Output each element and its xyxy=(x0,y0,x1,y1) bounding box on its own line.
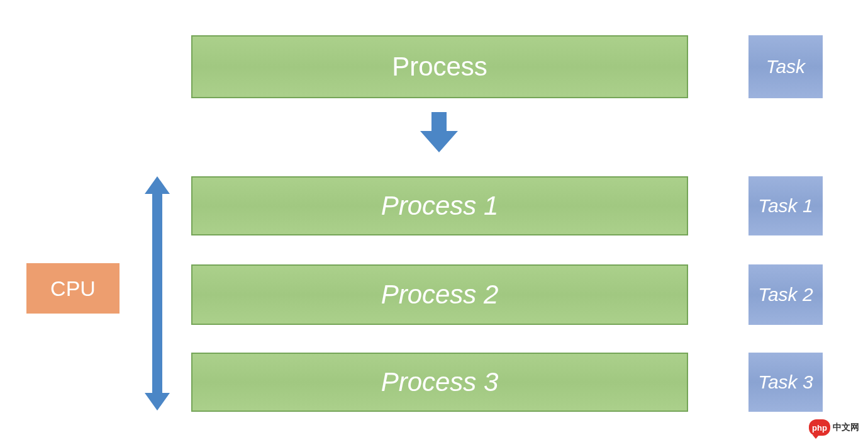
task-box-2: Task 2 xyxy=(748,264,823,325)
down-arrow-icon xyxy=(420,112,458,152)
process-box-2: Process 2 xyxy=(191,264,688,325)
cpu-box: CPU xyxy=(26,263,120,314)
process-box-top: Process xyxy=(191,35,688,98)
watermark-bubble-text: php xyxy=(812,423,827,433)
task-box-top-label: Task xyxy=(766,56,805,77)
process-1-label: Process 1 xyxy=(381,191,499,221)
process-box-3: Process 3 xyxy=(191,353,688,412)
cpu-label: CPU xyxy=(50,276,96,301)
diagram-stage: Process Task CPU Process 1 Task 1 Proces… xyxy=(0,0,868,442)
task-box-top: Task xyxy=(748,35,823,98)
process-3-label: Process 3 xyxy=(381,367,499,397)
vertical-double-arrow-icon xyxy=(145,176,170,411)
process-2-label: Process 2 xyxy=(381,280,499,310)
svg-marker-1 xyxy=(145,176,170,411)
task-3-label: Task 3 xyxy=(758,371,813,393)
svg-marker-0 xyxy=(420,112,458,152)
watermark-bubble-icon: php xyxy=(809,419,830,436)
watermark-logo: php 中文网 xyxy=(809,419,859,436)
watermark-text: 中文网 xyxy=(833,422,859,433)
task-1-label: Task 1 xyxy=(758,195,813,217)
task-2-label: Task 2 xyxy=(758,284,813,305)
process-box-1: Process 1 xyxy=(191,176,688,235)
process-box-top-label: Process xyxy=(392,52,487,82)
task-box-3: Task 3 xyxy=(748,353,823,412)
task-box-1: Task 1 xyxy=(748,176,823,235)
